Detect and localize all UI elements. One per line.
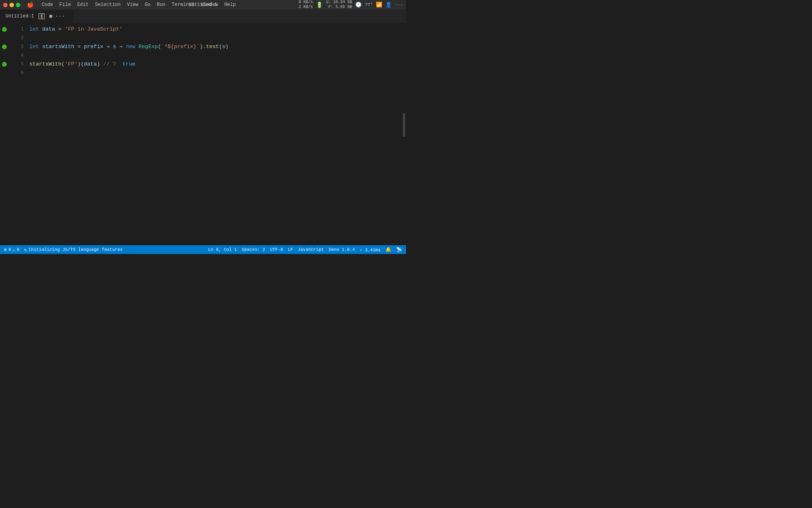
line-number: 2 — [15, 34, 24, 42]
variable-token: startsWith — [42, 42, 74, 51]
punct-token: ( — [61, 60, 65, 69]
menu-run[interactable]: Run — [154, 1, 168, 8]
timing: ✓ 3.41ms — [360, 247, 381, 252]
tab-label: Untitled-1 — [6, 13, 34, 19]
code-line: let data = 'FP in JavaScript' — [28, 25, 402, 34]
line-number: 5 — [15, 60, 24, 69]
encoding[interactable]: UTF-8 — [270, 247, 283, 252]
punct-token: ( — [219, 42, 222, 51]
code-line — [28, 69, 402, 77]
menu-edit[interactable]: Edit — [75, 1, 92, 8]
svg-rect-0 — [39, 13, 41, 19]
breakpoint-indicator — [2, 62, 7, 67]
breakpoint-indicator — [2, 44, 7, 49]
menu-view[interactable]: View — [124, 1, 141, 8]
breakpoint-row[interactable] — [0, 42, 9, 51]
temperature: 77° — [365, 2, 373, 7]
tab-bar: Untitled-1 ··· — [0, 10, 406, 23]
breakpoint-row[interactable] — [0, 34, 9, 42]
close-button[interactable] — [3, 3, 8, 7]
traffic-lights — [3, 3, 20, 7]
cursor-position[interactable]: Ln 6, Col 1 — [208, 247, 237, 252]
breakpoint-row[interactable] — [0, 25, 9, 34]
code-line — [28, 51, 402, 60]
class-token: RegExp — [139, 42, 158, 51]
breakpoint-row[interactable] — [0, 69, 9, 77]
status-bar: ⊗ 0 ⚠ 0 ↻ Initializing JS/TS language fe… — [0, 245, 406, 254]
punct-token: ) — [225, 42, 228, 51]
string-token: 'FP' — [65, 60, 77, 69]
punct-token: ). — [200, 42, 206, 51]
breakpoint-row[interactable] — [0, 51, 9, 60]
punct-token: ) — [97, 60, 103, 69]
more-icon[interactable]: ··· — [395, 2, 403, 7]
line-numbers-gutter: 123456 — [9, 23, 28, 245]
svg-rect-1 — [42, 13, 44, 19]
variable-token: data — [42, 25, 55, 34]
more-actions-button[interactable]: ··· — [56, 12, 64, 21]
apple-menu[interactable]: 🍎 — [24, 1, 36, 9]
warning-icon: ⚠ — [13, 247, 15, 252]
line-number: 4 — [15, 51, 24, 60]
menu-file[interactable]: File — [57, 1, 74, 8]
code-line — [28, 34, 402, 42]
menu-code[interactable]: Code — [39, 1, 56, 8]
code-line: startsWith('FP')(data) // ? true — [28, 60, 402, 69]
breakpoint-row[interactable] — [0, 60, 9, 69]
line-number: 3 — [15, 42, 24, 51]
init-message: ↻ Initializing JS/TS language features — [24, 247, 123, 252]
editor-area: 123456 let data = 'FP in JavaScript'let … — [0, 23, 406, 245]
menu-bar: 🍎 Code File Edit Selection View Go Run T… — [0, 0, 406, 10]
minimize-button[interactable] — [10, 3, 14, 7]
punct-token — [39, 42, 42, 51]
language-mode[interactable]: JavaScript — [298, 247, 324, 252]
string-token: 'FP in JavaScript' — [65, 25, 123, 34]
punct-token — [135, 42, 138, 51]
error-count[interactable]: ⊗ 0 ⚠ 0 — [4, 247, 19, 253]
more-icon: ··· — [55, 13, 65, 19]
breakpoints-gutter — [0, 23, 9, 245]
punct-token: ( — [158, 42, 161, 51]
arrow-token: ⇒ — [116, 42, 126, 51]
scrollbar-track[interactable] — [402, 23, 406, 245]
menu-go[interactable]: Go — [142, 1, 153, 8]
code-line: let startsWith = prefix ⇒ s ⇒ new RegExp… — [28, 42, 402, 51]
comment-token: // ? — [103, 60, 123, 69]
battery-icon: 🔋 — [316, 2, 323, 8]
line-number: 6 — [15, 69, 24, 77]
code-editor[interactable]: let data = 'FP in JavaScript'let startsW… — [28, 23, 402, 245]
indentation[interactable]: Spaces: 2 — [241, 247, 265, 252]
eol[interactable]: LF — [288, 247, 293, 252]
error-icon: ⊗ — [4, 247, 7, 253]
editor-tab[interactable]: Untitled-1 ··· — [0, 10, 74, 23]
user-icon: 👤 — [385, 2, 392, 8]
broadcast-icon[interactable]: 📡 — [396, 247, 402, 253]
punct-token — [39, 25, 42, 34]
function-token: startsWith — [29, 60, 61, 69]
result-token: true — [123, 60, 135, 69]
status-left: ⊗ 0 ⚠ 0 ↻ Initializing JS/TS language fe… — [4, 247, 123, 253]
storage-stats: U: 10.94 GB F: 5.05 GB — [326, 0, 352, 10]
menu-right: 0 KB/s 2 KB/s 🔋 U: 10.94 GB F: 5.05 GB 🕐… — [299, 0, 403, 10]
runtime[interactable]: Deno 1.0.4 — [329, 247, 355, 252]
wifi-icon: 📶 — [376, 2, 382, 8]
scrollbar-thumb — [403, 113, 405, 137]
split-editor-button[interactable] — [37, 12, 46, 21]
keyword-token: let — [29, 42, 39, 51]
keyword-token: let — [29, 25, 39, 34]
menu-selection[interactable]: Selection — [92, 1, 123, 8]
template-token: `^${prefix}` — [161, 42, 199, 51]
variable-token: data — [84, 60, 97, 69]
init-text: Initializing JS/TS language features — [29, 247, 123, 252]
menu-help[interactable]: Help — [222, 1, 239, 8]
maximize-button[interactable] — [16, 3, 20, 7]
tab-actions: ··· — [37, 12, 68, 21]
punct-token: )( — [78, 60, 84, 69]
breakpoint-indicator — [2, 27, 7, 32]
notification-icon[interactable]: 🔔 — [385, 247, 391, 253]
sync-icon: ↻ — [24, 247, 27, 252]
warning-num: 0 — [17, 247, 19, 252]
param-token: s — [113, 42, 116, 51]
window-title: Untitled-1 — [189, 2, 217, 8]
arrow-token: ⇒ — [103, 42, 113, 51]
